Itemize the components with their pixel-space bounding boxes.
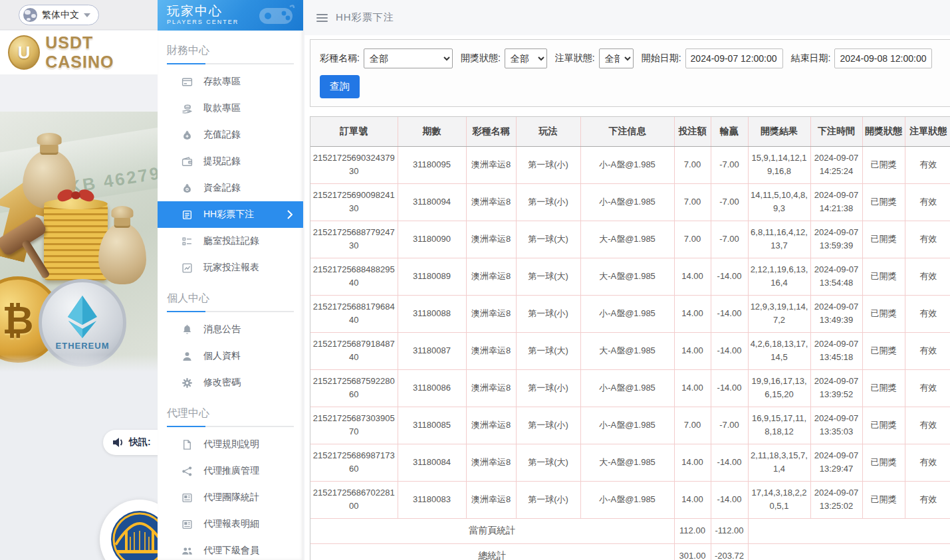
- sidebar-header: 玩家中心 PLAYERS CENTER: [158, 0, 303, 31]
- cell-bet-info: 小-A盤@1.985: [580, 369, 674, 407]
- table-row: 215217256869871736031180084澳洲幸运8第一球(大)大-…: [310, 444, 950, 481]
- cell-period: 31180089: [398, 258, 466, 295]
- end-date-label: 結束日期:: [791, 52, 831, 64]
- cell-period: 31180095: [398, 146, 466, 183]
- cell-bet-info: 小-A盤@1.985: [580, 295, 674, 332]
- sidebar-item-agent-promotion[interactable]: 代理推廣管理: [158, 458, 303, 484]
- section-underline: [167, 311, 294, 312]
- cell-bet-amount: 7.00: [674, 183, 711, 221]
- news-icon: [181, 492, 193, 504]
- cell-bet-time: 2024-09-07 13:45:18: [810, 332, 862, 369]
- sidebar-item-agent-sub-members[interactable]: 代理下級會員: [158, 537, 303, 560]
- cell-bet-time: 2024-09-07 13:49:39: [810, 295, 862, 332]
- search-button[interactable]: 查詢: [320, 75, 360, 98]
- cell-bet-info: 小-A盤@1.985: [580, 481, 674, 518]
- sidebar-item-label: 存款專區: [203, 76, 241, 88]
- cell-order-no: 2152172568848829540: [310, 258, 398, 295]
- sidebar-item-fund-record[interactable]: 資金記錄: [158, 175, 303, 201]
- chevron-right-icon: [287, 210, 293, 219]
- cell-draw-result: 6,8,11,16,4,12,13,7: [748, 221, 810, 258]
- cell-draw-status: 已開獎: [862, 444, 905, 481]
- cell-lottery-name: 澳洲幸运8: [466, 221, 516, 258]
- bell-icon: [181, 324, 193, 335]
- cell-order-no: 2152172568817968440: [310, 295, 398, 332]
- cell-draw-status: 已開獎: [862, 407, 905, 444]
- ethereum-coin-decor: ETHEREUM: [39, 279, 126, 367]
- cell-bet-amount: 14.00: [674, 332, 711, 369]
- cell-lottery-name: 澳洲幸运8: [466, 369, 516, 407]
- globe-icon: [23, 8, 37, 22]
- cell-order-status: 有效: [905, 295, 950, 332]
- cell-period: 31180085: [398, 407, 466, 444]
- sidebar-item-hh-lottery-bet[interactable]: HH彩票下注: [158, 201, 303, 228]
- news-ticker[interactable]: 快訊:: [103, 430, 158, 455]
- wallet-icon: [181, 156, 193, 167]
- cell-period: 31180088: [398, 295, 466, 332]
- order-status-select[interactable]: 全部: [599, 48, 634, 68]
- sidebar-item-label: 消息公告: [203, 324, 241, 335]
- sidebar-item-label: 提現記錄: [203, 155, 241, 167]
- ethereum-label: ETHEREUM: [56, 341, 110, 351]
- sidebar-item-withdraw-zone[interactable]: 取款專區: [158, 95, 303, 122]
- col-header-win-loss: 輸贏: [711, 117, 748, 146]
- cell-order-status: 有效: [905, 221, 950, 258]
- draw-status-select[interactable]: 全部: [505, 48, 547, 68]
- cell-bet-info: 小-A盤@1.985: [580, 407, 674, 444]
- cell-period: 31180084: [398, 444, 466, 481]
- sidebar-menu: 財務中心存款專區取款專區充值記錄提現記錄資金記錄HH彩票下注廳室投註記錄玩家投注…: [158, 31, 303, 560]
- sidebar-item-agent-rules[interactable]: 代理規則說明: [158, 431, 303, 458]
- page: 繁体中文 U USDT CASINO KB 46279 ₿: [0, 0, 950, 560]
- sidebar-item-recharge-record[interactable]: 充值記錄: [158, 122, 303, 148]
- sidebar-item-hall-bet-record[interactable]: 廳室投註記錄: [158, 228, 303, 254]
- table-row: 215217256873039057031180085澳洲幸运8第一球(小)小-…: [310, 407, 950, 444]
- cell-play: 第一球(大): [516, 332, 580, 369]
- cell-win-loss: -14.00: [711, 295, 748, 332]
- lottery-name-select[interactable]: 全部: [364, 48, 453, 68]
- cell-period: 31180094: [398, 183, 466, 221]
- gamepad-icon: [257, 3, 295, 28]
- sidebar-item-withdraw-record[interactable]: 提現記錄: [158, 148, 303, 175]
- cell-play: 第一球(大): [516, 444, 580, 481]
- person-icon: [181, 351, 193, 362]
- language-selector[interactable]: 繁体中文: [19, 5, 99, 25]
- start-date-input[interactable]: [685, 48, 783, 68]
- cell-bet-amount: 14.00: [674, 444, 711, 481]
- cell-period: 31180086: [398, 369, 466, 407]
- cell-play: 第一球(小): [516, 407, 580, 444]
- cell-draw-status: 已開獎: [862, 369, 905, 407]
- section-underline: [167, 426, 294, 427]
- cell-draw-result: 14,11,5,10,4,8,9,3: [748, 183, 810, 221]
- lottery-name-label: 彩種名稱:: [320, 52, 360, 64]
- sidebar-section-title: 代理中心: [158, 396, 303, 426]
- sidebar-item-label: HH彩票下注: [203, 209, 254, 221]
- total-win-loss: -203.72: [711, 543, 748, 560]
- cell-draw-status: 已開獎: [862, 258, 905, 295]
- end-date-input[interactable]: [834, 48, 932, 68]
- cell-lottery-name: 澳洲幸运8: [466, 444, 516, 481]
- cell-order-status: 有效: [905, 481, 950, 518]
- cell-bet-time: 2024-09-07 13:25:02: [810, 481, 862, 518]
- hamburger-icon[interactable]: [316, 14, 328, 22]
- total-empty-cell: [748, 518, 950, 543]
- cell-period: 31180083: [398, 481, 466, 518]
- sidebar-item-change-password[interactable]: 修改密碼: [158, 369, 303, 396]
- sidebar-item-player-bet-report[interactable]: 玩家投注報表: [158, 254, 303, 281]
- cell-bet-time: 2024-09-07 13:59:39: [810, 221, 862, 258]
- cell-draw-result: 2,11,18,3,15,7,1,4: [748, 444, 810, 481]
- sidebar-item-agent-report-detail[interactable]: 代理報表明細: [158, 511, 303, 537]
- cell-win-loss: -14.00: [711, 332, 748, 369]
- brand-logo[interactable]: U USDT CASINO: [0, 31, 158, 74]
- logo-coin-icon: U: [8, 35, 40, 70]
- cell-lottery-name: 澳洲幸运8: [466, 481, 516, 518]
- bitcoin-symbol: ₿: [2, 298, 33, 342]
- sidebar-item-profile[interactable]: 個人資料: [158, 343, 303, 369]
- sidebar-item-agent-team-stats[interactable]: 代理團隊統計: [158, 484, 303, 511]
- sidebar-item-announcements[interactable]: 消息公告: [158, 316, 303, 343]
- sidebar-item-deposit-zone[interactable]: 存款專區: [158, 68, 303, 95]
- cell-bet-amount: 7.00: [674, 221, 711, 258]
- cell-lottery-name: 澳洲幸运8: [466, 258, 516, 295]
- cell-bet-amount: 14.00: [674, 369, 711, 407]
- cell-draw-status: 已開獎: [862, 183, 905, 221]
- brand-name: USDT CASINO: [45, 33, 158, 72]
- cell-play: 第一球(小): [516, 369, 580, 407]
